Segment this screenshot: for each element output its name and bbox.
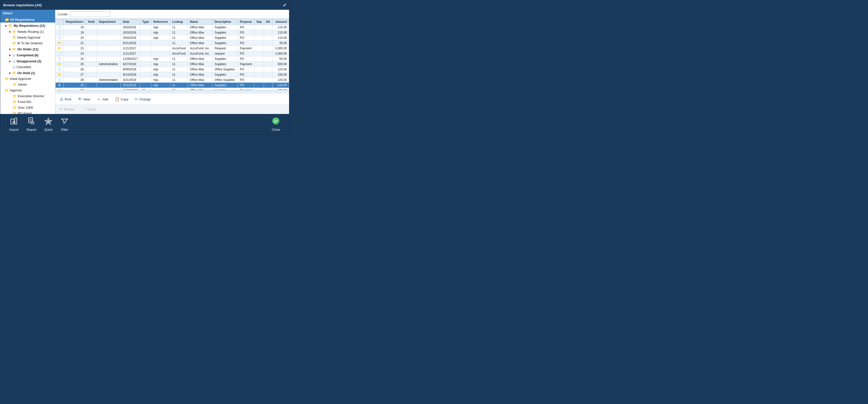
table-row[interactable]: 📄 26 8/09/2018 mja 11 Office Max Office …	[56, 67, 289, 72]
check-button[interactable]: 📄 Check	[80, 106, 97, 112]
row-dept	[97, 46, 121, 51]
col-type[interactable]: Type	[140, 19, 151, 25]
row-date: 8/14/2018	[121, 72, 140, 77]
table-row[interactable]: R 29 3/21/2019 mja 11 Office Max Supplie…	[56, 83, 289, 88]
col-lookup[interactable]: Lookup	[170, 19, 188, 25]
col-dlr[interactable]: Dlr	[264, 19, 273, 25]
row-amount: 115.00	[272, 25, 289, 30]
row-hold	[86, 62, 97, 67]
horizontal-scrollbar[interactable]	[55, 90, 289, 94]
row-ref: mja	[151, 67, 170, 72]
col-date[interactable]: Date	[121, 19, 140, 25]
sidebar-item-fund-001[interactable]: 📁 Fund 001	[0, 99, 55, 105]
sidebar-label: Completed (6)	[17, 53, 38, 57]
row-ref	[151, 88, 170, 90]
close-button[interactable]: Close	[268, 116, 284, 132]
dot-indicator: ●	[9, 59, 11, 63]
col-hold[interactable]: Hold	[86, 19, 97, 25]
print-button[interactable]: 🖨 Print	[58, 96, 72, 102]
col-desc[interactable]: Description	[212, 19, 238, 25]
row-dept	[97, 88, 121, 90]
row-icon: 📁	[56, 62, 64, 67]
dot-indicator: ●	[9, 47, 11, 51]
row-date: 1/11/2017	[121, 51, 140, 56]
table-row[interactable]: 📄 18 3/03/2016 mja 11 Office Max Supplie…	[56, 25, 289, 30]
table-row[interactable]: 📄 24 11/08/2017 mja 11 Office Max Suppli…	[56, 56, 289, 62]
row-hold	[86, 67, 97, 72]
import-button[interactable]: Import	[5, 116, 23, 132]
print-label: Print	[65, 97, 71, 101]
table-row[interactable]: 📁 25 Administration 6/27/2018 mja 11 Off…	[56, 62, 289, 67]
row-icon: 📁	[56, 72, 64, 77]
report-button[interactable]: Report	[23, 116, 40, 132]
row-icon: 📁	[56, 40, 64, 46]
sidebar-item-on-order[interactable]: ● 📁 On Order (11)	[0, 46, 55, 52]
table-container[interactable]: Requisition< Hold Department Date Type R…	[55, 19, 289, 90]
col-purpose[interactable]: Purpose	[238, 19, 254, 25]
row-amount: 500.00	[272, 62, 289, 67]
sidebar-item-cancelled[interactable]: 🗂 Cancelled	[0, 64, 55, 70]
sidebar-item-admin[interactable]: 📁 Admin	[0, 82, 55, 87]
row-sep	[254, 62, 264, 67]
sidebar-item-approve[interactable]: 📁 Approve	[0, 87, 55, 93]
view-label: View	[83, 97, 90, 101]
row-sep	[254, 88, 264, 90]
quick-button[interactable]: Quick	[40, 116, 57, 132]
filter-button[interactable]: Filter	[57, 116, 73, 132]
col-ref[interactable]: Reference	[151, 19, 170, 25]
add-button[interactable]: ＋ Add	[96, 96, 109, 103]
row-date: 6/21/2016	[121, 40, 140, 46]
sidebar-item-all-req[interactable]: 📁 All Requisitions	[0, 17, 55, 23]
quick-icon	[44, 117, 52, 127]
row-dlr	[264, 51, 273, 56]
row-amount: 1,000.00	[272, 51, 289, 56]
locate-input[interactable]	[70, 11, 110, 17]
table-row[interactable]: 📁 30 11/22/2019 IT 11 Office Max supplie…	[56, 88, 289, 90]
copy-button[interactable]: 📋 Copy	[114, 96, 129, 102]
col-dept[interactable]: Department	[97, 19, 121, 25]
sidebar-item-disapproved[interactable]: ● 🗂 Disapproved (2)	[0, 58, 55, 64]
row-ref	[151, 40, 170, 46]
sidebar-item-completed[interactable]: ● 🗂 Completed (6)	[0, 52, 55, 58]
table-row[interactable]: 📄 20 3/03/2016 mja 11 Office Max Supplie…	[56, 35, 289, 40]
row-req: 29	[64, 83, 86, 88]
sidebar-item-over-1000[interactable]: 📁 Over 1000	[0, 105, 55, 111]
table-row[interactable]: 📁 22 1/11/2017 AccuFund AccuFund, Inc. R…	[56, 46, 289, 51]
sidebar-item-initial-approver[interactable]: 📁 Initial Approver	[0, 76, 55, 82]
main-content: Select 📁 All Requisitions ● 📁 My Requisi…	[0, 10, 289, 114]
row-desc: Office Supplies	[212, 77, 238, 83]
row-date: 3/21/2019	[121, 77, 140, 83]
table-row[interactable]: 📄 28 Administration 3/21/2019 mja 11 Off…	[56, 77, 289, 83]
sidebar-item-on-hold[interactable]: ● 📁 On Hold (1)	[0, 70, 55, 76]
view-button[interactable]: 👁 View	[77, 96, 91, 102]
sidebar-item-po-agent[interactable]: 📁 PO Agent	[0, 111, 55, 114]
row-dlr	[264, 77, 273, 83]
row-name: Office Max	[188, 56, 213, 62]
table-row[interactable]: 📄 19 3/03/2016 mja 11 Office Max Supplie…	[56, 30, 289, 35]
sidebar-item-my-req[interactable]: ● 📁 My Requisitions (21)	[0, 23, 55, 29]
row-purpose: PO	[238, 35, 254, 40]
row-sep	[254, 51, 264, 56]
sidebar-item-needs-routing[interactable]: ● 📁 Needs Routing (1)	[0, 29, 55, 35]
row-dlr	[264, 83, 273, 88]
row-ref: mja	[151, 77, 170, 83]
col-name[interactable]: Name	[188, 19, 213, 25]
change-button[interactable]: ✏ Change	[134, 96, 152, 102]
table-row[interactable]: 📁 21 6/21/2016 11 Office Max Supplies PO…	[56, 40, 289, 46]
sidebar-item-to-be-ordered[interactable]: 📁 W To Be Ordered	[0, 40, 55, 46]
action-bar-row1: 🖨 Print 👁 View ＋ Add 📋 Copy ✏ Chang	[55, 94, 289, 105]
sidebar-item-needs-approval[interactable]: 📁 Needs Approval	[0, 35, 55, 40]
check-icon: 📄	[81, 107, 86, 112]
col-req[interactable]: Requisition<	[64, 19, 86, 25]
row-req: 27	[64, 72, 86, 77]
sidebar-label-text: To Be Ordered	[21, 41, 42, 45]
table-row[interactable]: 📄 23 1/11/2017 AccuFund AccuFund, Inc. r…	[56, 51, 289, 56]
row-name: AccuFund, Inc.	[188, 46, 213, 51]
folder-icon: 📁	[5, 77, 9, 81]
col-amount[interactable]: Amount	[272, 19, 289, 25]
review-button[interactable]: ✉ Review	[58, 106, 76, 112]
col-sep[interactable]: Sep	[254, 19, 264, 25]
sidebar-item-exec-dir[interactable]: 📁 Executive Director	[0, 93, 55, 99]
table-row[interactable]: 📁 27 8/14/2018 mja 11 Office Max Supplie…	[56, 72, 289, 77]
maximize-icon[interactable]: ⤢	[283, 3, 286, 7]
